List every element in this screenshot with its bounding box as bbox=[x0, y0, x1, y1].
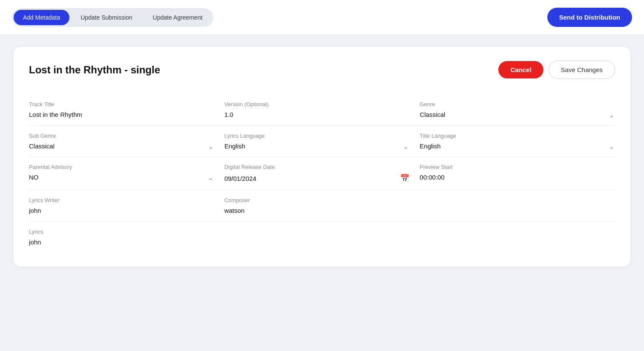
genre-select-wrapper: Classical Pop Rock Jazz ⌄ bbox=[420, 111, 615, 118]
lyrics-label: Lyrics bbox=[29, 229, 224, 235]
preview-start-label: Preview Start bbox=[420, 164, 615, 170]
genre-select[interactable]: Classical Pop Rock Jazz bbox=[420, 111, 615, 118]
lyrics-language-select-wrapper: English Spanish French ⌄ bbox=[224, 142, 410, 150]
composer-field: Composer bbox=[224, 190, 420, 221]
card-header: Lost in the Rhythm - single Cancel Save … bbox=[29, 61, 615, 79]
sub-genre-select-wrapper: Classical Baroque Romantic ⌄ bbox=[29, 142, 214, 150]
digital-release-date-field: Digital Release Date 📅 bbox=[224, 157, 420, 190]
send-to-distribution-button[interactable]: Send to Distribution bbox=[547, 8, 632, 27]
form-row-4: Lyrics Writer Composer bbox=[29, 190, 615, 222]
lyrics-language-select[interactable]: English Spanish French bbox=[224, 142, 410, 150]
genre-label: Genre bbox=[420, 101, 615, 107]
tab-update-agreement[interactable]: Update Agreement bbox=[144, 10, 212, 25]
tab-update-submission[interactable]: Update Submission bbox=[71, 10, 141, 25]
main-content: Lost in the Rhythm - single Cancel Save … bbox=[0, 35, 644, 278]
digital-release-date-label: Digital Release Date bbox=[224, 164, 410, 170]
form-row-5: Lyrics bbox=[29, 222, 615, 253]
sub-genre-select[interactable]: Classical Baroque Romantic bbox=[29, 142, 214, 150]
form-row-2: Sub Genre Classical Baroque Romantic ⌄ L… bbox=[29, 126, 615, 157]
parental-advisory-select[interactable]: NO YES CLEAN bbox=[29, 174, 214, 181]
title-language-select-wrapper: English Spanish French ⌄ bbox=[420, 142, 615, 150]
lyrics-writer-field: Lyrics Writer bbox=[29, 190, 224, 221]
form-row-3: Parental Advisory NO YES CLEAN ⌄ Digital… bbox=[29, 157, 615, 190]
version-label: Version (Optional) bbox=[224, 101, 410, 107]
sub-genre-label: Sub Genre bbox=[29, 133, 214, 139]
digital-release-date-input[interactable] bbox=[224, 175, 400, 182]
lyrics-field: Lyrics bbox=[29, 222, 224, 253]
version-field: Version (Optional) bbox=[224, 94, 420, 125]
cancel-button[interactable]: Cancel bbox=[498, 61, 543, 78]
header-actions: Cancel Save Changes bbox=[498, 61, 615, 79]
form-row-1: Track Title Version (Optional) Genre Cla… bbox=[29, 94, 615, 126]
title-language-field: Title Language English Spanish French ⌄ bbox=[420, 126, 615, 157]
track-title-input[interactable] bbox=[29, 111, 214, 118]
lyrics-language-field: Lyrics Language English Spanish French ⌄ bbox=[224, 126, 420, 157]
preview-start-field: Preview Start bbox=[420, 157, 615, 190]
page-title: Lost in the Rhythm - single bbox=[29, 64, 160, 76]
lyrics-language-label: Lyrics Language bbox=[224, 133, 410, 139]
lyrics-writer-input[interactable] bbox=[29, 207, 214, 214]
tab-add-metadata[interactable]: Add Metadata bbox=[14, 10, 69, 25]
form-card: Lost in the Rhythm - single Cancel Save … bbox=[14, 47, 630, 267]
preview-start-input[interactable] bbox=[420, 174, 615, 181]
calendar-icon[interactable]: 📅 bbox=[400, 174, 409, 183]
parental-advisory-label: Parental Advisory bbox=[29, 164, 214, 170]
parental-advisory-field: Parental Advisory NO YES CLEAN ⌄ bbox=[29, 157, 224, 190]
empty-field-row4 bbox=[420, 190, 615, 221]
title-language-select[interactable]: English Spanish French bbox=[420, 142, 615, 150]
sub-genre-field: Sub Genre Classical Baroque Romantic ⌄ bbox=[29, 126, 224, 157]
parental-advisory-select-wrapper: NO YES CLEAN ⌄ bbox=[29, 174, 214, 181]
genre-field: Genre Classical Pop Rock Jazz ⌄ bbox=[420, 94, 615, 125]
lyrics-input[interactable] bbox=[29, 238, 224, 246]
track-title-label: Track Title bbox=[29, 101, 214, 107]
composer-input[interactable] bbox=[224, 207, 410, 214]
date-row: 📅 bbox=[224, 174, 410, 183]
version-input[interactable] bbox=[224, 111, 410, 118]
track-title-field: Track Title bbox=[29, 94, 224, 125]
composer-label: Composer bbox=[224, 197, 410, 203]
save-changes-button[interactable]: Save Changes bbox=[549, 61, 615, 79]
lyrics-writer-label: Lyrics Writer bbox=[29, 197, 214, 203]
tab-group: Add Metadata Update Submission Update Ag… bbox=[12, 8, 213, 27]
top-bar: Add Metadata Update Submission Update Ag… bbox=[0, 0, 644, 35]
title-language-label: Title Language bbox=[420, 133, 615, 139]
